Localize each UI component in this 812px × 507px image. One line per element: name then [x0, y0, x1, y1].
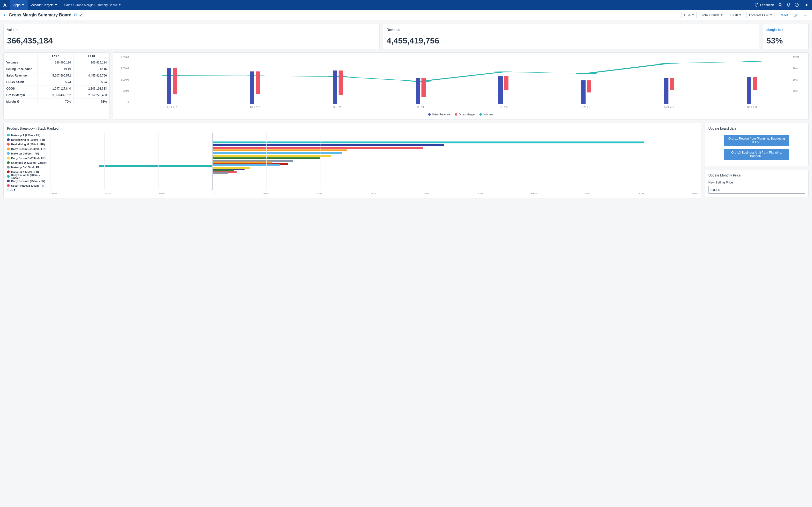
nav-apps[interactable]: Apps: [10, 0, 28, 10]
pager-next[interactable]: [14, 188, 15, 191]
svg-point-13: [804, 15, 805, 15]
legend-item: Body Cream F (250ml - FR): [7, 179, 48, 183]
legend-swatch: [7, 166, 10, 169]
top-nav-bar: Apps Account Targets Sales / Gross Margi…: [0, 0, 812, 10]
table-row: COGS p/Unit5.745.74: [4, 79, 109, 86]
edit-button[interactable]: [793, 13, 800, 17]
refresh-button[interactable]: [74, 13, 77, 17]
table-chart-row: FY17 FY18 Volumes286,966,186366,435,184S…: [3, 52, 809, 119]
update-price-card: Update Monthly Price New Selling Price: [705, 170, 809, 197]
update-org-l3-button[interactable]: Org L3 Business Unit from Planning, Budg…: [724, 149, 789, 160]
x-tick: Q4 FY18: [711, 106, 794, 108]
gridline: [482, 133, 482, 190]
kpi-volume-card: Volume 366,435,184: [3, 24, 379, 49]
share-button[interactable]: [79, 13, 83, 17]
y2-tick: 90M: [793, 67, 798, 70]
row-fy18: 5.74: [73, 79, 109, 86]
search-button[interactable]: [776, 1, 784, 9]
col-fy17: FY17: [38, 53, 74, 59]
bar-gross-margin: [504, 76, 508, 90]
bar-group: [462, 76, 545, 104]
product-breakdown-legend: Make-up A (250ml - FR)Revitalizing M (15…: [7, 133, 48, 194]
pbr-x-tick: 800M: [639, 192, 644, 194]
bar-sales-revenue: [333, 70, 337, 104]
gridline: [374, 133, 374, 190]
svg-point-15: [806, 15, 807, 15]
bar-sales-revenue: [498, 76, 503, 104]
svg-point-23: [742, 61, 763, 62]
update-org-l1-button[interactable]: Org L1 Region from Planning, Budgeting &…: [724, 135, 789, 146]
legend-gross-margin: Gross Margin: [455, 113, 475, 116]
chevron-down-icon: [739, 14, 741, 16]
more-button[interactable]: [802, 13, 809, 17]
update-board-card: Update board data Org L1 Region from Pla…: [705, 123, 809, 166]
legend-item: Body Cream G (150ml - FR): [7, 147, 48, 151]
table-row: Selling Price p/unit19.1912.16: [4, 66, 109, 72]
bar-group: [297, 70, 379, 104]
product-breakdown-card: Product Breakdown Stack Ranked Make-up A…: [3, 123, 701, 198]
legend-swatch: [7, 170, 10, 173]
bottom-row: Product Breakdown Stack Ranked Make-up A…: [3, 123, 809, 198]
chevron-down-icon: [721, 14, 723, 16]
pager-prev[interactable]: [7, 188, 8, 191]
legend-volumes: Volumes: [479, 113, 494, 116]
nav-breadcrumb-1[interactable]: Account Targets: [28, 0, 61, 10]
kpi-revenue-card: Revenue 4,455,419,756: [383, 24, 759, 49]
x-tick: Q3 FY17: [297, 106, 379, 108]
y2-tick: 30M: [793, 90, 798, 92]
gridline: [590, 133, 590, 190]
quarterly-chart-card: 2 000M1 500M1 000M500M0 120M90M60M30M0 Q…: [113, 52, 809, 119]
pager-text: 1/2: [9, 188, 13, 191]
chevron-down-icon: [692, 14, 694, 16]
feedback-button[interactable]: Feedback: [752, 3, 776, 7]
filter-region[interactable]: USA: [681, 12, 697, 18]
app-logo[interactable]: [2, 2, 7, 7]
bar-gross-margin: [173, 68, 177, 95]
chevron-down-icon: [55, 4, 57, 6]
legend-item: Body Cream G (250ml - FR): [7, 156, 48, 160]
new-price-label: New Selling Price: [708, 181, 805, 184]
chevron-left-icon: [3, 14, 6, 17]
legend-item: Shampoo W (200ml - 1/pack): [7, 160, 48, 165]
kpi-volume-label: Volume: [7, 28, 376, 32]
bar-group: [711, 77, 794, 104]
new-price-input[interactable]: [708, 186, 805, 193]
legend-item: Revitalizing M (250ml - FR): [7, 142, 48, 147]
bar-sales-revenue: [664, 78, 668, 104]
row-fy18: 2,352,226,423: [73, 92, 109, 99]
svg-point-7: [797, 6, 797, 6]
pbr-bar: [212, 164, 280, 166]
row-label: Volumes: [4, 59, 38, 66]
pbr-bar: [212, 144, 445, 146]
legend-item: Make-up A (250ml - FR): [7, 133, 48, 137]
filter-scenario[interactable]: Forecast EOY: [746, 12, 775, 18]
bar-group: [545, 80, 628, 104]
y-tick: 2 000M: [121, 56, 129, 59]
legend-swatch: [7, 143, 10, 146]
svg-line-5: [781, 6, 782, 7]
filter-brands[interactable]: Total Brands: [699, 12, 725, 18]
legend-label: Body Cream G (250ml - FR): [11, 157, 45, 160]
notifications-button[interactable]: [784, 1, 793, 9]
nav-breadcrumb-2[interactable]: Sales / Gross Margin Summary Board: [61, 0, 124, 10]
legend-swatch: [7, 184, 10, 187]
breadcrumb-1-label: Account Targets: [31, 3, 54, 7]
row-fy18: 53%: [73, 99, 109, 105]
x-tick: Q1 FY18: [462, 106, 545, 108]
pbr-x-tick: 600M: [531, 192, 537, 194]
bar-group: [131, 68, 214, 104]
reset-button[interactable]: Reset: [777, 13, 790, 17]
legend-label: Make-up D (50ml - FR): [11, 152, 39, 155]
legend-swatch: [7, 157, 10, 159]
chevron-down-icon: [770, 14, 772, 16]
legend-label: Body Lotion U (200ml - 1/pack): [11, 174, 48, 179]
back-button[interactable]: [3, 14, 6, 17]
chevron-down-icon: [119, 4, 120, 6]
filter-year[interactable]: FY18: [728, 12, 744, 18]
kpi-margin-card[interactable]: Margin % 53%: [763, 24, 809, 49]
row-label: Gross Margin: [4, 92, 38, 99]
kpi-revenue-label: Revenue: [387, 28, 756, 32]
bar-group: [214, 71, 297, 104]
user-avatar[interactable]: TH: [803, 1, 810, 8]
help-button[interactable]: [793, 1, 801, 9]
